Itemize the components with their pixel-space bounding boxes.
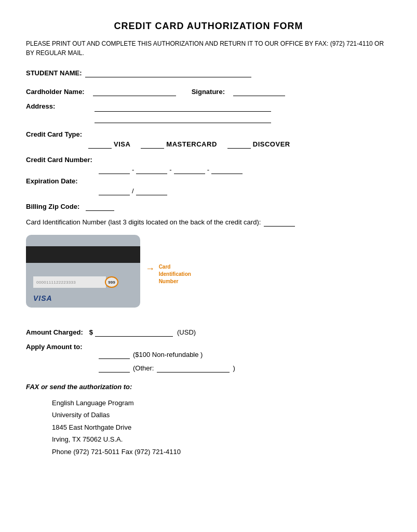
cc-number-field1[interactable]: [99, 166, 130, 174]
discover-checkbox[interactable]: [227, 140, 251, 149]
expiration-section: Expiration Date: /: [26, 177, 391, 195]
signature-label: Signature:: [192, 88, 225, 96]
dollar-sign: $: [89, 328, 93, 336]
non-refundable-checkbox[interactable]: [99, 351, 130, 359]
cc-dash1: -: [132, 166, 134, 174]
cc-brand: VISA: [33, 294, 52, 302]
billing-zip-section: Billing Zip Code:: [26, 203, 391, 211]
student-name-field[interactable]: [85, 69, 251, 77]
cc-number-display: 0000111122223333: [36, 280, 76, 285]
amount-charged-section: Amount Charged: $ (USD): [26, 328, 391, 337]
other-option: (Other: ): [99, 364, 391, 373]
address-section: Address:: [26, 102, 391, 123]
address-block: English Language Program University of D…: [52, 397, 391, 458]
cc-dash2: -: [169, 166, 171, 174]
cc-identification-label: CardIdentificationNumber: [159, 263, 200, 285]
cc-type-section: Credit Card Type: VISA MASTERCARD DISCOV…: [26, 130, 391, 149]
magnetic-strip: [26, 246, 140, 263]
other-open-label: (Other:: [133, 364, 154, 372]
visa-option[interactable]: VISA: [88, 140, 130, 149]
non-refundable-label: ($100 Non-refundable ): [133, 351, 203, 358]
billing-zip-field[interactable]: [86, 203, 114, 211]
discover-option[interactable]: DISCOVER: [227, 140, 290, 149]
discover-label: DISCOVER: [253, 140, 290, 148]
amount-field[interactable]: [95, 328, 173, 337]
card-id-label: Card Identification Number (last 3 digit…: [26, 218, 261, 226]
phone-fax: Phone (972) 721-5011 Fax (972) 721-4110: [52, 446, 391, 458]
exp-slash: /: [132, 187, 134, 195]
page-title: CREDIT CARD AUTHORIZATION FORM: [26, 21, 391, 32]
usd-label: (USD): [177, 328, 196, 336]
cc-number-section: Credit Card Number: - - -: [26, 156, 391, 174]
address-label: Address:: [26, 102, 55, 110]
cc-cvv-value: 999: [108, 280, 115, 285]
city-state: Irving, TX 75062 U.S.A.: [52, 433, 391, 445]
apply-amount-section: Apply Amount to: ($100 Non-refundable ) …: [26, 343, 391, 373]
cardholder-name-label: Cardholder Name:: [26, 88, 85, 96]
cc-number-field4[interactable]: [211, 166, 243, 174]
cc-arrow-icon: →: [145, 263, 155, 274]
mastercard-checkbox[interactable]: [141, 140, 164, 149]
visa-label: VISA: [114, 140, 130, 148]
signature-field[interactable]: [233, 88, 285, 96]
instructions-text: PLEASE PRINT OUT AND COMPLETE THIS AUTHO…: [26, 39, 391, 58]
cc-number-field2[interactable]: [136, 166, 167, 174]
cc-type-label: Credit Card Type:: [26, 130, 388, 138]
non-refundable-option: ($100 Non-refundable ): [99, 351, 391, 359]
exp-month-field[interactable]: [99, 187, 130, 195]
cc-cvv-circle: 999: [105, 276, 118, 288]
expiration-label: Expiration Date:: [26, 177, 388, 185]
cc-number-field3[interactable]: [174, 166, 205, 174]
cc-signature-area: 0000111122223333: [33, 276, 106, 288]
fax-label: FAX or send the authorization to:: [26, 383, 391, 391]
mastercard-label: MASTERCARD: [166, 140, 217, 148]
exp-year-field[interactable]: [136, 187, 167, 195]
student-name-label: STUDENT NAME:: [26, 69, 82, 77]
mastercard-option[interactable]: MASTERCARD: [141, 140, 217, 149]
org-name: English Language Program: [52, 397, 391, 409]
cc-image-wrapper: 0000111122223333 999 VISA → CardIdentifi…: [26, 235, 391, 318]
billing-zip-label: Billing Zip Code:: [26, 203, 79, 210]
address-line2-field[interactable]: [95, 115, 271, 123]
address-line1-field[interactable]: [95, 103, 271, 112]
fax-section: FAX or send the authorization to: Englis…: [26, 383, 391, 458]
university-name: University of Dallas: [52, 409, 391, 421]
card-id-field[interactable]: [264, 218, 295, 227]
visa-checkbox[interactable]: [88, 140, 112, 149]
cc-image: 0000111122223333 999 VISA: [26, 235, 140, 308]
apply-amount-label: Apply Amount to:: [26, 343, 388, 351]
street-address: 1845 East Northgate Drive: [52, 421, 391, 433]
other-field[interactable]: [157, 364, 230, 373]
other-close-label: ): [233, 364, 235, 372]
other-checkbox[interactable]: [99, 364, 130, 373]
student-name-section: STUDENT NAME:: [26, 69, 391, 77]
cardholder-name-field[interactable]: [93, 88, 176, 96]
cardholder-row: Cardholder Name: Signature:: [26, 88, 391, 96]
amount-charged-label: Amount Charged:: [26, 328, 83, 336]
cc-number-label: Credit Card Number:: [26, 156, 388, 164]
card-id-section: Card Identification Number (last 3 digit…: [26, 218, 391, 227]
cc-dash3: -: [207, 166, 209, 174]
